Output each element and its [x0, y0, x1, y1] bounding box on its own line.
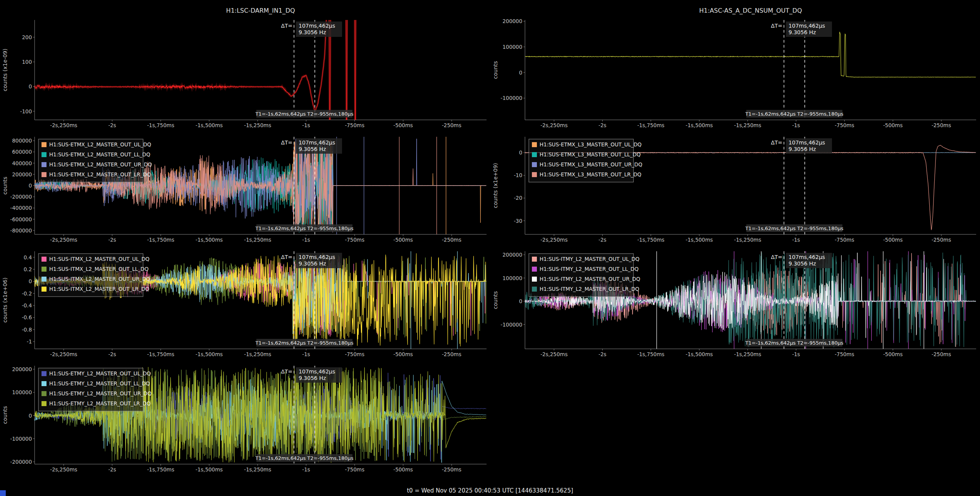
x-tick-label: -750ms [345, 122, 364, 128]
legend-swatch [532, 267, 537, 272]
x-tick-label: -1s,750ms [637, 237, 664, 243]
legend: H1:SUS-ITMX_L2_MASTER_OUT_UL_DQH1:SUS-IT… [38, 254, 150, 297]
x-tick-label: -2s,250ms [540, 122, 568, 128]
x-tick-label: -1s,250ms [244, 351, 271, 357]
y-tick-label: -200000 [10, 194, 32, 200]
x-tick-label: -250ms [932, 351, 951, 357]
x-tick-label: -1s,750ms [147, 466, 174, 473]
legend-label: H1:SUS-ETMX_L2_MASTER_OUT_UL_DQ [49, 141, 151, 148]
y-tick-label: 0 [28, 413, 32, 419]
y-tick-label: -0.8 [22, 327, 32, 333]
x-tick-label: -500ms [394, 466, 413, 473]
y-axis-label: counts (x1e-09) [2, 49, 8, 91]
x-tick-label: -1s,250ms [734, 122, 761, 128]
x-tick-label: -250ms [442, 466, 462, 473]
plot-canvas[interactable]: counts (x1e-09)2001000-100-2s,250ms-2s-1… [1, 4, 490, 131]
y-tick-label: -1 [27, 338, 32, 345]
y-tick-label: 200 [22, 34, 32, 40]
y-axis-label: counts (x1e+06) [2, 277, 8, 323]
x-tick-label: -2s [108, 351, 116, 357]
plot-h1-sus-etmx-l2-master-out: counts8000006000004000002000000-200000-4… [1, 132, 490, 245]
delta-t-value: 107ms,462μs [299, 23, 335, 29]
legend-swatch [42, 172, 47, 177]
x-tick-label: -2s,250ms [50, 122, 77, 128]
x-tick-label: -500ms [883, 237, 903, 243]
delta-t-value: 107ms,462μs [299, 368, 335, 375]
x-tick-label: -2s [108, 122, 116, 128]
y-tick-label: 0.2 [24, 266, 32, 272]
x-tick-label: -250ms [442, 237, 462, 243]
plot-canvas[interactable]: counts2000001000000-100000-2s,250ms-2s-1… [491, 247, 979, 360]
legend-label: H1:SUS-ETMY_L2_MASTER_OUT_UL_DQ [49, 370, 151, 377]
legend-swatch [42, 152, 47, 157]
legend-label: H1:SUS-ETMY_L2_MASTER_OUT_LR_DQ [49, 400, 151, 406]
y-tick-label: 400000 [12, 160, 32, 166]
x-tick-label: -250ms [442, 351, 462, 357]
legend-swatch [532, 142, 537, 147]
taskbar-fragment[interactable] [0, 490, 6, 496]
plot-h1-sus-etmx-l3-master-out: counts (x1e+09)0-10-20-30-2s,250ms-2s-1s… [491, 132, 979, 245]
x-tick-label: -1s,750ms [147, 237, 174, 243]
y-tick-label: -800000 [10, 227, 32, 234]
cursor-range-label: T1=-1s,62ms,642μs T2=-955ms,180μs [255, 111, 354, 117]
plot-h1-sus-etmy-l2-master-out: counts2000001000000-100000-200000-2s,250… [1, 361, 490, 475]
x-tick-label: -2s [598, 237, 606, 243]
y-axis-label: counts [492, 61, 498, 79]
legend-swatch [42, 371, 47, 376]
x-tick-label: -1s [792, 122, 800, 128]
delta-t-label: ΔT= [281, 254, 292, 260]
x-tick-label: -1s [302, 466, 310, 473]
plot-h1-asc-as-a-dc-nsum-out-dq: H1:ASC-AS_A_DC_NSUM_OUT_DQ counts2000001… [491, 4, 979, 131]
y-tick-label: 0 [28, 278, 32, 284]
legend-swatch [42, 391, 47, 396]
cursor-range-label: T1=-1s,62ms,642μs T2=-955ms,180μs [255, 226, 354, 231]
legend-label: H1:SUS-ETMX_L3_MASTER_OUT_LL_DQ [540, 151, 641, 158]
plot-h1-lsc-darm-in1-dq: H1:LSC-DARM_IN1_DQ counts (x1e-09)200100… [1, 4, 490, 131]
legend-swatch [42, 401, 47, 406]
legend-label: H1:SUS-ITMX_L2_MASTER_OUT_UR_DQ [49, 276, 150, 282]
legend-label: H1:SUS-ITMX_L2_MASTER_OUT_LL_DQ [49, 266, 149, 272]
x-tick-label: -2s,250ms [540, 351, 568, 357]
delta-t-freq: 9.3056 Hz [789, 29, 816, 35]
y-tick-label: -200000 [10, 459, 32, 465]
plot-h1-sus-itmx-l2-master-out: counts (x1e+06)0.40.20-0.2-0.4-0.6-0.8-1… [1, 247, 490, 360]
plot-canvas[interactable]: counts8000006000004000002000000-200000-4… [1, 132, 490, 245]
legend-swatch [532, 257, 537, 262]
delta-t-value: 107ms,462μs [299, 139, 335, 146]
legend-swatch [532, 277, 537, 282]
legend-label: H1:SUS-ETMX_L2_MASTER_OUT_UR_DQ [49, 161, 152, 168]
legend-swatch [532, 162, 537, 167]
x-tick-label: -1s,250ms [734, 351, 761, 357]
delta-t-freq: 9.3056 Hz [299, 260, 326, 267]
y-tick-label: 200000 [12, 366, 32, 372]
legend-swatch [532, 287, 537, 292]
legend-label: H1:SUS-ETMX_L3_MASTER_OUT_LR_DQ [540, 171, 641, 177]
y-tick-label: -400000 [10, 205, 32, 211]
legend-label: H1:SUS-ETMY_L2_MASTER_OUT_UR_DQ [49, 390, 151, 396]
y-tick-label: 200000 [502, 18, 522, 24]
cursor-range-label: T1=-1s,62ms,642μs T2=-955ms,180μs [255, 455, 354, 461]
x-tick-label: -1s [302, 122, 310, 128]
legend-label: H1:SUS-ETMX_L3_MASTER_OUT_UR_DQ [540, 161, 642, 168]
x-tick-label: -2s [108, 466, 116, 473]
x-tick-label: -1s,500ms [686, 237, 713, 243]
legend-label: H1:SUS-ETMX_L2_MASTER_OUT_LL_DQ [49, 151, 150, 158]
plot-canvas[interactable]: counts (x1e+09)0-10-20-30-2s,250ms-2s-1s… [491, 132, 979, 245]
legend-label: H1:SUS-ITMY_L2_MASTER_OUT_LL_DQ [540, 266, 639, 272]
cursor-range-label: T1=-1s,62ms,642μs T2=-955ms,180μs [745, 340, 843, 346]
legend-label: H1:SUS-ETMX_L2_MASTER_OUT_LR_DQ [49, 171, 151, 177]
legend-swatch [42, 267, 47, 272]
x-tick-label: -1s,250ms [244, 237, 271, 243]
x-tick-label: -1s,250ms [244, 122, 271, 128]
plot-canvas[interactable]: counts (x1e+06)0.40.20-0.2-0.4-0.6-0.8-1… [1, 247, 490, 360]
delta-t-freq: 9.3056 Hz [789, 146, 816, 152]
delta-t-value: 107ms,462μs [299, 254, 335, 260]
x-tick-label: -750ms [835, 237, 854, 243]
plot-canvas[interactable]: counts2000001000000-100000-200000-2s,250… [1, 361, 490, 475]
x-tick-label: -750ms [345, 466, 364, 473]
legend-swatch [42, 287, 47, 292]
y-tick-label: -600000 [10, 216, 32, 222]
y-tick-label: -0.4 [22, 302, 32, 309]
plot-canvas[interactable]: counts2000001000000-100000-2s,250ms-2s-1… [491, 4, 979, 131]
x-tick-label: -750ms [345, 351, 364, 357]
